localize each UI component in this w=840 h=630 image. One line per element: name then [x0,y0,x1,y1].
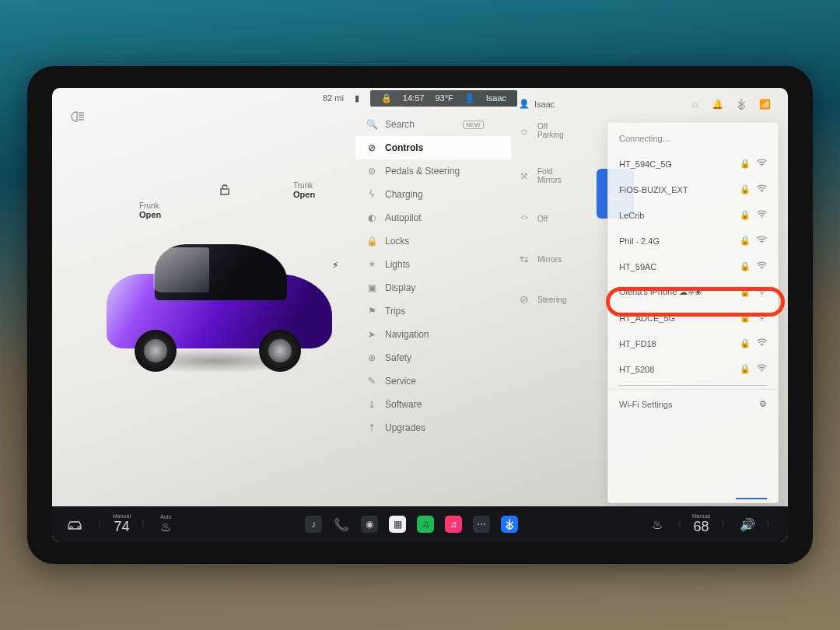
settings-item-lights[interactable]: ☀Lights [355,253,511,276]
lock-icon: 🔒 [740,313,751,323]
menu-item-label: Navigation [385,329,429,340]
lock-icon: 🔒 [740,338,751,348]
status-tray: ⌂ 🔔 📶 [692,99,771,110]
wifi-network-item[interactable]: HT_ADCE_5G🔒 [608,305,778,331]
wifi-network-item[interactable]: HT_59AC🔒 [608,254,778,279]
chevron-right-icon[interactable]: 〉 [142,519,149,530]
lock-icon: 🔒 [740,287,751,297]
app-media-icon[interactable]: ♪ [305,516,322,533]
seat-heater-left-icon[interactable]: ♨ [160,520,171,534]
search-input[interactable] [385,119,455,130]
app-calendar-icon[interactable]: ▦ [389,516,406,533]
network-name: FiOS-BUZIX_EXT [619,185,688,194]
app-bluetooth-icon[interactable] [501,516,518,533]
control-icon: ⤱ [517,170,531,182]
app-applemusic-icon[interactable]: ♬ [445,516,462,533]
car-icon[interactable] [66,520,83,530]
active-tab-indicator [736,498,767,499]
lock-icon: 🔒 [740,236,751,246]
wifi-network-item[interactable]: HT_5208🔒 [608,356,778,382]
settings-item-upgrades[interactable]: ⇡Upgrades [355,416,511,439]
settings-item-safety[interactable]: ⊕Safety [355,346,511,369]
sentry-icon[interactable]: ⌂ [692,99,698,110]
app-spotify-icon[interactable]: ♫ [417,516,434,533]
chevron-left-icon[interactable]: 〈 [94,519,102,530]
settings-item-navigation[interactable]: ➤Navigation [355,323,511,346]
wifi-network-item[interactable]: Phil - 2.4G🔒 [608,228,778,254]
settings-nav: 🔍 NEW ⊘Controls⊜Pedals & SteeringϟChargi… [355,108,511,506]
menu-item-label: Display [385,282,415,293]
car-visualization-pane: Frunk Open Trunk Open ⚡︎ [52,108,355,506]
wifi-icon [757,184,767,194]
cell-signal-icon[interactable]: 📶 [759,99,771,110]
control-icon: ⇆ [517,253,531,265]
network-name: HT_594C_5G [619,159,672,169]
user-icon: 👤 [519,99,530,109]
search-row[interactable]: 🔍 NEW [355,113,511,136]
settings-item-locks[interactable]: 🔒Locks [355,229,511,253]
settings-item-software[interactable]: ⤓Software [355,393,511,416]
headlights-icon[interactable] [69,111,85,122]
driver-name: Isaac [486,93,506,103]
lock-icon: 🔒 [740,261,751,271]
seat-heater-right-icon[interactable]: ♨ [652,517,663,532]
settings-item-autopilot[interactable]: ◐Autopilot [355,206,511,229]
menu-item-label: Pedals & Steering [385,166,460,177]
network-name: HT_FD18 [619,339,656,348]
auto-climate-label: Auto [160,514,171,520]
notifications-icon[interactable]: 🔔 [712,99,723,110]
wifi-network-item[interactable]: HT_594C_5G🔒 [608,151,778,177]
settings-item-pedals-steering[interactable]: ⊜Pedals & Steering [355,159,511,183]
settings-item-charging[interactable]: ϟCharging [355,183,511,206]
wifi-icon [757,364,767,374]
driver-chip[interactable]: 👤 Isaac [519,99,555,109]
menu-item-icon: ◐ [366,212,377,223]
right-temp[interactable]: 68 [692,519,710,535]
trunk-label[interactable]: Trunk Open [293,181,315,199]
wifi-network-item[interactable]: Olena's iPhone ☁︎✲❀🔒 [608,279,778,305]
settings-item-service[interactable]: ✎Service [355,369,511,393]
wifi-status-text: Connecting... [608,129,778,151]
settings-item-trips[interactable]: ⚑Trips [355,299,511,323]
wifi-icon [757,236,767,246]
new-badge: NEW [463,121,484,129]
menu-item-label: Software [385,399,422,410]
car-render [107,236,340,369]
unlock-icon[interactable] [219,184,230,195]
wifi-network-item[interactable]: LeCrib🔒 [608,202,778,228]
menu-item-icon: 🔒 [366,236,377,247]
left-temp[interactable]: 74 [113,519,131,535]
left-climate-mode: Manual [113,513,131,519]
menu-item-icon: ⤓ [366,399,377,410]
clock-text: 14:57 [403,93,425,103]
bluetooth-icon[interactable] [737,99,745,110]
volume-icon[interactable]: 🔊 [740,517,755,532]
network-name: HT_5208 [619,365,654,374]
menu-item-icon: ϟ [366,189,377,200]
frunk-label[interactable]: Frunk Open [139,201,161,219]
app-phone-icon[interactable]: 📞 [333,516,350,533]
settings-item-display[interactable]: ▣Display [355,276,511,299]
wifi-network-item[interactable]: HT_FD18🔒 [608,331,778,356]
settings-item-controls[interactable]: ⊘Controls [355,136,511,159]
right-climate-mode: Manual [692,513,710,519]
outside-temp-text: 93°F [435,93,453,103]
wifi-popover: Connecting... HT_594C_5G🔒FiOS-BUZIX_EXT🔒… [607,122,779,503]
chevron-right-icon[interactable]: 〉 [721,519,729,530]
lock-icon: 🔒 [740,364,751,374]
control-icon: ⊘ [517,293,531,306]
status-bar: 82 mi ▮ 🔒 14:57 93°F 👤 Isaac [52,88,788,108]
wifi-network-item[interactable]: FiOS-BUZIX_EXT🔒 [608,177,778,202]
wifi-icon [757,210,767,220]
lock-icon: 🔒 [740,184,751,194]
control-icon: ⌔ [517,212,531,225]
app-more-icon[interactable]: ⋯ [473,516,490,533]
app-camera-icon[interactable]: ◉ [361,516,378,533]
menu-item-icon: ➤ [366,329,377,340]
chevron-right-icon[interactable]: 〉 [766,519,774,530]
chevron-left-icon[interactable]: 〈 [674,519,681,530]
wifi-settings-row[interactable]: Wi-Fi Settings ⚙ [608,389,778,412]
search-icon: 🔍 [366,119,377,130]
menu-item-label: Upgrades [385,422,425,433]
network-name: Olena's iPhone ☁︎✲❀ [619,287,702,297]
